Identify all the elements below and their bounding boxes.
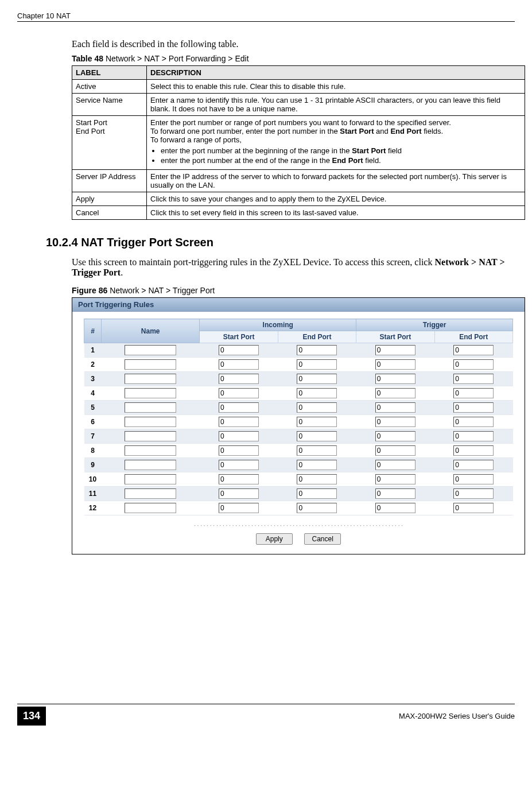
row-index: 7 <box>84 429 102 444</box>
row-label: Apply <box>72 192 147 206</box>
incoming-end-input[interactable] <box>297 445 337 456</box>
incoming-start-input[interactable] <box>219 488 259 499</box>
incoming-end-input[interactable] <box>297 503 337 513</box>
cell-in-end <box>278 472 356 487</box>
trigger-start-input[interactable] <box>375 345 415 355</box>
cell-tr-end <box>434 429 512 444</box>
desc-list: enter the port number at the beginning o… <box>161 146 521 165</box>
cell-name <box>102 358 200 372</box>
trigger-end-input[interactable] <box>453 417 494 427</box>
trigger-start-input[interactable] <box>375 402 415 413</box>
cell-in-start <box>200 487 278 501</box>
trigger-start-input[interactable] <box>375 388 415 398</box>
incoming-start-input[interactable] <box>219 374 259 384</box>
cell-in-end <box>278 386 356 401</box>
row-desc: Click this to save your changes and to a… <box>147 192 525 206</box>
incoming-end-input[interactable] <box>297 345 337 355</box>
intro-text: Each field is described in the following… <box>72 39 515 49</box>
name-input[interactable] <box>125 388 176 398</box>
incoming-end-input[interactable] <box>297 417 337 427</box>
name-input[interactable] <box>125 503 176 513</box>
cell-tr-start <box>356 501 434 515</box>
row-desc: Enter the IP address of the server to wh… <box>147 170 525 192</box>
name-input[interactable] <box>125 417 176 427</box>
incoming-end-input[interactable] <box>297 359 337 370</box>
trigger-end-input[interactable] <box>453 345 494 355</box>
incoming-start-input[interactable] <box>219 359 259 370</box>
trigger-end-input[interactable] <box>453 388 494 398</box>
trigger-row: 5 <box>84 401 513 415</box>
incoming-start-input[interactable] <box>219 503 259 513</box>
name-input[interactable] <box>125 474 176 484</box>
incoming-start-input[interactable] <box>219 388 259 398</box>
trigger-end-input[interactable] <box>453 460 494 470</box>
trigger-row: 12 <box>84 501 513 515</box>
trigger-end-input[interactable] <box>453 374 494 384</box>
name-input[interactable] <box>125 431 176 441</box>
incoming-end-input[interactable] <box>297 374 337 384</box>
cell-in-start <box>200 372 278 386</box>
col-name: Name <box>102 319 200 343</box>
cancel-button[interactable]: Cancel <box>304 533 341 545</box>
cell-tr-start <box>356 444 434 458</box>
row-index: 5 <box>84 401 102 415</box>
name-input[interactable] <box>125 460 176 470</box>
trigger-end-input[interactable] <box>453 488 494 499</box>
incoming-end-input[interactable] <box>297 431 337 441</box>
cell-in-end <box>278 415 356 429</box>
incoming-end-input[interactable] <box>297 474 337 484</box>
incoming-start-input[interactable] <box>219 474 259 484</box>
page-footer: 134 MAX-200HW2 Series User's Guide <box>17 704 515 726</box>
incoming-start-input[interactable] <box>219 445 259 456</box>
incoming-end-input[interactable] <box>297 388 337 398</box>
row-desc: Click this to set every field in this sc… <box>147 206 525 220</box>
trigger-end-input[interactable] <box>453 359 494 370</box>
trigger-end-input[interactable] <box>453 474 494 484</box>
trigger-start-input[interactable] <box>375 460 415 470</box>
incoming-end-input[interactable] <box>297 488 337 499</box>
screenshot-title: Port Triggering Rules <box>72 298 525 312</box>
trigger-end-input[interactable] <box>453 503 494 513</box>
trigger-start-input[interactable] <box>375 488 415 499</box>
cell-in-start <box>200 415 278 429</box>
trigger-start-input[interactable] <box>375 431 415 441</box>
trigger-end-input[interactable] <box>453 402 494 413</box>
name-input[interactable] <box>125 359 176 370</box>
name-input[interactable] <box>125 374 176 384</box>
row-desc: Select this to enable this rule. Clear t… <box>147 80 525 94</box>
incoming-end-input[interactable] <box>297 402 337 413</box>
table-row: Active Select this to enable this rule. … <box>72 80 525 94</box>
trigger-end-input[interactable] <box>453 431 494 441</box>
trigger-start-input[interactable] <box>375 359 415 370</box>
incoming-start-input[interactable] <box>219 402 259 413</box>
trigger-start-input[interactable] <box>375 503 415 513</box>
cell-in-end <box>278 458 356 472</box>
trigger-start-input[interactable] <box>375 417 415 427</box>
incoming-start-input[interactable] <box>219 417 259 427</box>
incoming-start-input[interactable] <box>219 460 259 470</box>
cell-in-start <box>200 358 278 372</box>
col-trigger-end: End Port <box>434 331 512 343</box>
table48-header-desc: DESCRIPTION <box>147 66 525 80</box>
trigger-row: 1 <box>84 343 513 358</box>
table48-header-label: LABEL <box>72 66 147 80</box>
name-input[interactable] <box>125 402 176 413</box>
name-input[interactable] <box>125 488 176 499</box>
trigger-start-input[interactable] <box>375 445 415 456</box>
trigger-row: 7 <box>84 429 513 444</box>
trigger-start-input[interactable] <box>375 474 415 484</box>
trigger-row: 2 <box>84 358 513 372</box>
incoming-start-input[interactable] <box>219 345 259 355</box>
cell-tr-end <box>434 472 512 487</box>
row-label: Active <box>72 80 147 94</box>
incoming-end-input[interactable] <box>297 460 337 470</box>
incoming-start-input[interactable] <box>219 431 259 441</box>
table-row: Cancel Click this to set every field in … <box>72 206 525 220</box>
trigger-start-input[interactable] <box>375 374 415 384</box>
cell-in-start <box>200 444 278 458</box>
trigger-end-input[interactable] <box>453 445 494 456</box>
name-input[interactable] <box>125 345 176 355</box>
table-row: Start Port End Port Enter the port numbe… <box>72 116 525 170</box>
name-input[interactable] <box>125 445 176 456</box>
apply-button[interactable]: Apply <box>256 533 293 545</box>
